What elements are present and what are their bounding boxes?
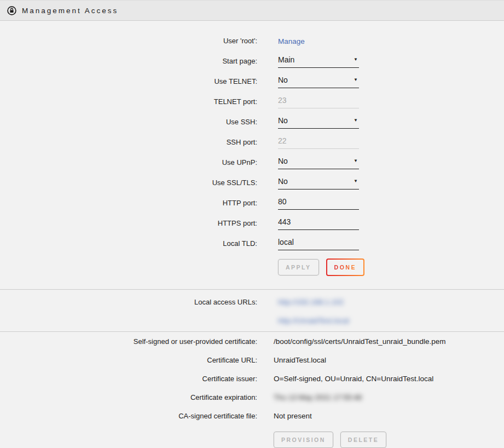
- form-row-http-port: HTTP port:: [0, 193, 504, 213]
- use-ssl-value: No: [278, 177, 288, 186]
- cert-row-url: Certificate URL: UnraidTest.local: [0, 351, 504, 369]
- use-ssl-select[interactable]: No ▼: [278, 176, 359, 189]
- cert-row-issuer: Certificate issuer: O=Self-signed, OU=Un…: [0, 369, 504, 388]
- management-access-header: Management Access: [0, 0, 504, 21]
- local-access-row: http://UnraidTest.local: [0, 311, 504, 330]
- local-access-label: Local access URLs:: [0, 298, 257, 306]
- page-title: Management Access: [22, 7, 118, 15]
- certificate-url-value: UnraidTest.local: [274, 356, 504, 364]
- form-row-use-telnet: Use TELNET: No ▼: [0, 71, 504, 91]
- start-page-label: Start page:: [0, 57, 257, 65]
- use-ssh-select[interactable]: No ▼: [278, 115, 359, 129]
- https-port-input[interactable]: [278, 216, 359, 230]
- chevron-down-icon: ▼: [354, 118, 358, 123]
- local-access-row: Local access URLs: http://192.168.1.102: [0, 292, 504, 311]
- certificate-section: Self-signed or user-provided certificate…: [0, 332, 504, 448]
- local-tld-label: Local TLD:: [0, 239, 257, 248]
- use-telnet-select[interactable]: No ▼: [278, 74, 359, 88]
- http-port-input[interactable]: [278, 196, 359, 210]
- use-telnet-label: Use TELNET:: [0, 77, 257, 85]
- http-port-label: HTTP port:: [0, 199, 257, 207]
- local-access-url-hostname[interactable]: http://UnraidTest.local: [278, 317, 349, 325]
- form-row-start-page: Start page: Main ▼: [0, 51, 504, 71]
- telnet-port-label: TELNET port:: [0, 97, 257, 106]
- certificate-expiration-label: Certificate expiration:: [0, 393, 257, 401]
- local-access-url-ip[interactable]: http://192.168.1.102: [278, 298, 344, 306]
- cert-row-expiration: Certificate expiration: Thu 13 May 2021 …: [0, 388, 504, 406]
- use-ssl-label: Use SSL/TLS:: [0, 179, 257, 187]
- ca-signed-cert-label: CA-signed certificate file:: [0, 412, 257, 420]
- self-signed-cert-value: /boot/config/ssl/certs/UnraidTest_unraid…: [274, 337, 504, 346]
- chevron-down-icon: ▼: [354, 58, 358, 62]
- certificate-expiration-value: Thu 13 May 2021 17:55:48: [274, 393, 504, 401]
- ssh-port-input: [278, 135, 359, 149]
- form-row-local-tld: Local TLD:: [0, 233, 504, 254]
- form-row-use-upnp: Use UPnP: No ▼: [0, 152, 504, 173]
- chevron-down-icon: ▼: [354, 179, 358, 183]
- done-button[interactable]: DONE: [326, 259, 364, 276]
- apply-button[interactable]: APPLY: [278, 259, 319, 275]
- use-upnp-label: Use UPnP:: [0, 158, 257, 166]
- chevron-down-icon: ▼: [354, 159, 358, 163]
- user-root-label: User 'root':: [0, 37, 257, 45]
- use-ssh-value: No: [278, 116, 288, 125]
- form-row-https-port: HTTPS port:: [0, 213, 504, 233]
- form-actions: APPLY DONE: [0, 259, 504, 276]
- chevron-down-icon: ▼: [354, 78, 358, 82]
- ssh-port-label: SSH port:: [0, 138, 257, 146]
- use-telnet-value: No: [278, 76, 288, 84]
- cert-row-bundle: Self-signed or user-provided certificate…: [0, 332, 504, 351]
- telnet-port-input: [278, 95, 359, 108]
- form-row-user-root: User 'root': Manage: [0, 31, 504, 51]
- certificate-issuer-label: Certificate issuer:: [0, 375, 257, 383]
- cert-row-ca-file: CA-signed certificate file: Not present: [0, 406, 504, 425]
- form-row-telnet-port: TELNET port:: [0, 91, 504, 112]
- form-row-use-ssl: Use SSL/TLS: No ▼: [0, 173, 504, 193]
- certificate-url-label: Certificate URL:: [0, 356, 257, 364]
- form-row-use-ssh: Use SSH: No ▼: [0, 112, 504, 132]
- delete-button[interactable]: DELETE: [340, 432, 386, 448]
- self-signed-cert-label: Self-signed or user-provided certificate…: [0, 337, 257, 346]
- ca-signed-cert-value: Not present: [274, 412, 504, 420]
- certificate-actions: PROVISION DELETE: [0, 432, 504, 448]
- done-button-label: DONE: [334, 264, 356, 271]
- start-page-value: Main: [278, 55, 294, 64]
- use-upnp-select[interactable]: No ▼: [278, 156, 359, 169]
- local-tld-input[interactable]: [278, 237, 359, 250]
- certificate-issuer-value: O=Self-signed, OU=Unraid, CN=UnraidTest.…: [274, 375, 504, 383]
- provision-button[interactable]: PROVISION: [274, 432, 333, 448]
- use-upnp-value: No: [278, 157, 288, 165]
- form-row-ssh-port: SSH port:: [0, 132, 504, 152]
- manage-root-link[interactable]: Manage: [278, 37, 305, 45]
- management-form: User 'root': Manage Start page: Main ▼ U…: [0, 21, 504, 289]
- start-page-select[interactable]: Main ▼: [278, 54, 359, 68]
- use-ssh-label: Use SSH:: [0, 118, 257, 126]
- lock-circle-icon: [7, 6, 16, 15]
- https-port-label: HTTPS port:: [0, 219, 257, 227]
- local-access-section: Local access URLs: http://192.168.1.102 …: [0, 290, 504, 331]
